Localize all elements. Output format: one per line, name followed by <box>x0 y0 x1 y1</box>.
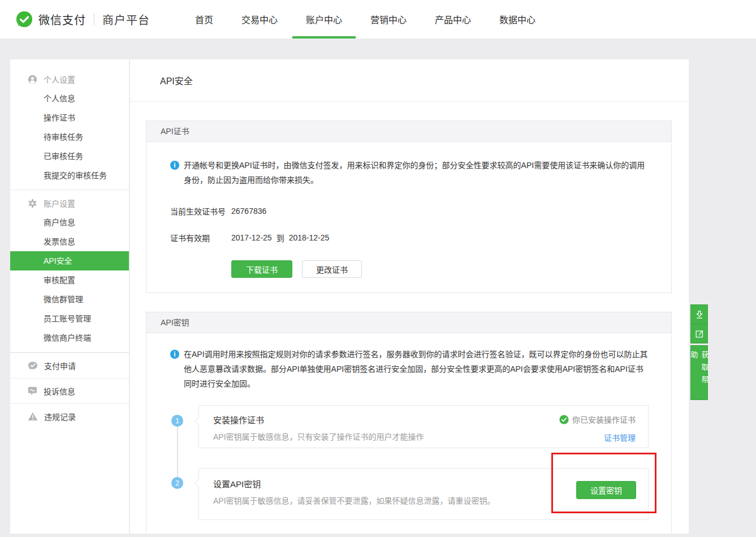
sidebar-item-review-config[interactable]: 审核配置 <box>10 270 129 290</box>
cert-valid-from: 2017-12-25 <box>231 233 272 242</box>
main-content: API安全 API证书 i 开通帐号和更换API证书时，由微信支付签发，用来标识… <box>130 59 689 534</box>
edit-icon <box>694 329 705 339</box>
nav-item-product-center[interactable]: 产品中心 <box>435 0 471 38</box>
brand-separator <box>94 13 94 25</box>
info-icon: i <box>170 350 179 359</box>
api-certificate-section-body: i 开通帐号和更换API证书时，由微信支付签发，用来标识和界定你的身份；部分安全… <box>146 142 671 278</box>
sidebar-link-violation-records[interactable]: 违规记录 <box>10 403 129 429</box>
sidebar-group-account-settings: 账户设置 商户信息 发票信息 API安全 审核配置 微信群管理 员工账号管理 微… <box>10 190 129 347</box>
gear-icon <box>28 199 37 208</box>
download-cert-button[interactable]: 下载证书 <box>231 260 292 278</box>
user-icon <box>28 75 37 84</box>
step-box-notch <box>195 479 202 487</box>
sidebar-group-header-personal: 个人设置 <box>10 70 129 89</box>
help-download-button[interactable] <box>690 304 708 324</box>
sidebar-item-wechat-merchant-terminal[interactable]: 微信商户终端 <box>10 328 129 347</box>
download-icon <box>694 310 705 320</box>
brand-name: 微信支付 <box>38 11 86 28</box>
api-key-section-title: API密钥 <box>146 312 671 333</box>
step-box-notch <box>195 417 202 425</box>
brand-platform: 商户平台 <box>102 11 150 28</box>
brand: 微信支付 商户平台 <box>16 0 150 38</box>
sidebar-item-personal-info[interactable]: 个人信息 <box>10 89 129 108</box>
check-circle-icon <box>559 415 569 424</box>
certificate-info-text: 开通帐号和更换API证书时，由微信支付签发，用来标识和界定你的身份；部分安全性要… <box>184 158 649 187</box>
page-title: API安全 <box>160 74 193 87</box>
cert-validity-row: 证书有效期 2017-12-25 到 2018-12-25 <box>170 232 649 243</box>
step-2-badge: 2 <box>171 477 183 489</box>
sidebar-item-pending-review-tasks[interactable]: 待审核任务 <box>10 127 129 147</box>
current-cert-number: 26767836 <box>231 207 266 216</box>
sidebar-item-reviewed-tasks[interactable]: 已审核任务 <box>10 147 129 166</box>
certificate-info-row: i 开通帐号和更换API证书时，由微信支付签发，用来标识和界定你的身份；部分安全… <box>170 158 649 187</box>
api-key-info-row: i 在API调用时用来按照指定规则对你的请求参数进行签名，服务器收到你的请求时会… <box>170 347 649 391</box>
sidebar-item-api-security[interactable]: API安全 <box>10 251 129 270</box>
sidebar-item-operation-cert[interactable]: 操作证书 <box>10 108 129 127</box>
nav-item-transaction-center[interactable]: 交易中心 <box>241 0 278 38</box>
api-key-section-body: i 在API调用时用来按照指定规则对你的请求参数进行签名，服务器收到你的请求时会… <box>146 333 671 520</box>
wechat-check-icon <box>28 361 38 371</box>
step-2-description: API密钥属于敏感信息，请妥善保管不要泄露，如果怀疑信息泄露，请重设密钥。 <box>213 495 637 506</box>
cert-management-link[interactable]: 证书管理 <box>604 432 636 443</box>
wechat-pay-logo-icon <box>16 11 33 28</box>
nav-item-home[interactable]: 首页 <box>195 0 213 38</box>
comment-icon <box>28 386 37 396</box>
step-2-set-api-key-box: 设置API密钥 API密钥属于敏感信息，请妥善保管不要泄露，如果怀疑信息泄露，请… <box>198 468 649 520</box>
sidebar-item-wechat-group-mgmt[interactable]: 微信群管理 <box>10 290 129 309</box>
change-cert-button[interactable]: 更改证书 <box>302 260 362 278</box>
sidebar-link-complaint-info[interactable]: 投诉信息 <box>10 378 129 403</box>
cert-validity-label: 证书有效期 <box>170 232 231 243</box>
current-cert-label: 当前生效证书号 <box>170 205 231 217</box>
nav-item-marketing-center[interactable]: 营销中心 <box>370 0 407 38</box>
cert-buttons-row: 下载证书 更改证书 <box>231 260 649 278</box>
sidebar-group-personal-settings: 个人设置 个人信息 操作证书 待审核任务 已审核任务 我提交的审核任务 <box>10 59 129 185</box>
api-certificate-section-title: API证书 <box>146 121 671 142</box>
step-2-title: 设置API密钥 <box>213 478 637 489</box>
sidebar-item-my-submitted-tasks[interactable]: 我提交的审核任务 <box>10 166 129 185</box>
step-1-badge: 1 <box>171 415 183 427</box>
sidebar-item-merchant-info[interactable]: 商户信息 <box>10 213 129 232</box>
step-1-status: 你已安装操作证书 <box>559 414 636 425</box>
sidebar: 个人设置 个人信息 操作证书 待审核任务 已审核任务 我提交的审核任务 账户设置… <box>10 59 129 534</box>
cert-valid-to: 2018-12-25 <box>289 233 330 242</box>
cert-valid-to-word: 到 <box>277 232 284 243</box>
get-help-button[interactable]: 获取帮助 <box>690 345 708 400</box>
sidebar-item-invoice-info[interactable]: 发票信息 <box>10 232 129 251</box>
top-header: 微信支付 商户平台 首页 交易中心 账户中心 营销中心 产品中心 数据中心 <box>0 0 756 38</box>
step-1-description: API密钥属于敏感信息，只有安装了操作证书的用户才能操作 <box>213 431 637 442</box>
nav-item-account-center[interactable]: 账户中心 <box>306 0 342 38</box>
sidebar-group-header-account: 账户设置 <box>10 194 129 213</box>
help-feedback-button[interactable] <box>690 324 708 343</box>
api-key-steps: 1 2 安装操作证书 API密钥属于敏感信息，只有安装了操作证书的用户才能操作 … <box>170 405 649 520</box>
nav-item-data-center[interactable]: 数据中心 <box>499 0 535 38</box>
api-key-info-text: 在API调用时用来按照指定规则对你的请求参数进行签名，服务器收到你的请求时会进行… <box>184 347 649 391</box>
step-connector-line <box>177 427 178 477</box>
sidebar-item-staff-account-mgmt[interactable]: 员工账号管理 <box>10 309 129 328</box>
api-certificate-section: API证书 i 开通帐号和更换API证书时，由微信支付签发，用来标识和界定你的身… <box>146 121 672 293</box>
active-tab-underline <box>292 36 356 38</box>
api-key-section: API密钥 i 在API调用时用来按照指定规则对你的请求参数进行签名，服务器收到… <box>146 312 672 534</box>
step-1-install-cert-box: 安装操作证书 API密钥属于敏感信息，只有安装了操作证书的用户才能操作 你已安装… <box>198 405 649 448</box>
floating-help-widget: 获取帮助 <box>690 304 708 400</box>
sidebar-link-payment-application[interactable]: 支付申请 <box>10 353 129 378</box>
step-1-status-text: 你已安装操作证书 <box>572 414 636 425</box>
page-header: API安全 <box>130 59 689 102</box>
current-cert-row: 当前生效证书号 26767836 <box>170 205 649 217</box>
info-icon: i <box>170 161 179 170</box>
warning-icon <box>28 412 38 421</box>
main-nav: 首页 交易中心 账户中心 营销中心 产品中心 数据中心 <box>195 0 564 38</box>
set-api-key-button[interactable]: 设置密钥 <box>576 481 636 499</box>
